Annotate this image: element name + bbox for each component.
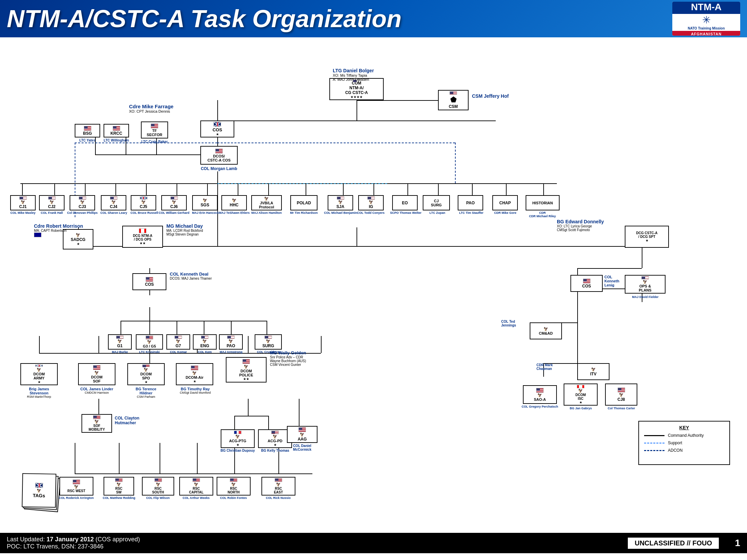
line-sof-mob-v xyxy=(98,399,99,416)
dcom-sof-name: COL James Linder CMDCM Harrison xyxy=(75,387,119,394)
key-box: KEY Command Authority Support ADCON xyxy=(638,421,730,465)
dcom-air-name: BG Timothy Ray CMSgt David Mumford xyxy=(171,387,219,394)
surg-label: SURG xyxy=(262,343,274,348)
cj6-flag xyxy=(170,197,178,200)
cos-name: Cdre Mike Farrage XO: CPT Jessica Dennis xyxy=(129,104,174,113)
cj1-name: COL Mike Masley xyxy=(7,211,39,214)
hhc-label: HHC xyxy=(230,203,239,207)
line-polad-v xyxy=(306,183,306,195)
pao-name: LTC Tim Stauffer xyxy=(454,211,488,214)
rsc-sw-name: COL Matthew Redding xyxy=(99,496,139,500)
sof-mob-name: COL ClaytonHutmacher xyxy=(115,416,139,425)
line-dcgcstca-v xyxy=(357,227,357,246)
rsc-capital-box: 🦅 RSCCAPITAL xyxy=(179,477,213,496)
rsc-capital-name: COL Arthur Weeks xyxy=(175,496,217,500)
sof-mob-box: 🦅 SOFMOBILITY xyxy=(81,414,112,433)
dcos-flag xyxy=(215,149,223,153)
line-rsc-capital-v xyxy=(197,443,198,473)
footer-page: 1 xyxy=(720,538,740,548)
chap-name: CDR Mike Gore xyxy=(488,211,522,214)
jvb-label: JVB/LAProtocol xyxy=(259,201,274,209)
rsc-north-box: 🦅 RSCNORTH xyxy=(217,477,251,496)
cj1-flag xyxy=(19,197,27,200)
ops-plans-name: MAJ David Fielder xyxy=(624,295,667,299)
page-title: NTM-A/CSTC-A Task Organization xyxy=(7,5,672,33)
line-cj2-v xyxy=(54,183,55,195)
line-acgptg-v xyxy=(234,416,235,429)
cj5-box: 🦅 CJ5 xyxy=(131,195,156,210)
key-support: Support xyxy=(644,441,724,445)
line-pao-v xyxy=(472,183,473,195)
ops-plans-box: 🦅 OPS &PLANS xyxy=(625,275,666,294)
dcos-name: COL Morgan Lamb xyxy=(200,166,238,171)
footer-updated: Last Updated: 17 January 2012 (COS appro… xyxy=(7,536,140,543)
cj8-flag xyxy=(618,388,625,392)
tags-container: 🦅 TAGs xyxy=(20,472,61,519)
tf-label: TFSECFOR xyxy=(147,129,162,137)
dcom-army-name: Brig JamesStevenson RSM MartinThorp xyxy=(17,387,61,398)
line-adcon2 xyxy=(217,143,455,143)
dcom-police-flag xyxy=(242,359,250,364)
line-sja-v xyxy=(343,183,344,195)
line-com-down xyxy=(357,100,357,120)
g7-flag xyxy=(175,336,182,339)
cos-ops-flag xyxy=(146,277,153,282)
csm-box: ⬟ CSM xyxy=(438,90,469,110)
rsc-south-box: 🦅 RSCSOUTH xyxy=(142,477,174,496)
cj3-flag xyxy=(79,197,86,200)
pao2-flag xyxy=(227,336,235,339)
line-jvb-v xyxy=(268,183,269,195)
surg-flag xyxy=(265,336,272,339)
eo-box: EO xyxy=(392,195,418,210)
ig-name: COL Todd Conyers xyxy=(354,211,388,214)
itv-box: 🦅 ITV xyxy=(577,363,609,380)
g1-box: 🦅 G1 xyxy=(108,334,132,350)
key-title: KEY xyxy=(644,425,724,430)
cj4-flag xyxy=(110,197,117,200)
itv-name: CDR Mark Chapman xyxy=(536,363,553,371)
rsc-sw-flag xyxy=(115,478,123,482)
polad-name: Mr Tim Richardson xyxy=(287,211,321,214)
historian-label: HISTORIAN xyxy=(532,201,553,205)
cos-ops-name: COL Kenneth Deal DCOS: MAJ James Thamer xyxy=(170,272,212,280)
dcg-ntma-box: DCG NTM-A/ DCG OPS ★★ xyxy=(122,226,163,248)
itv-label: ITV xyxy=(590,372,597,376)
dcgntma-label: DCG NTM-A/ DCG OPS xyxy=(133,234,152,241)
line-cj5-v xyxy=(146,183,147,195)
polad-box: POLAD xyxy=(290,195,317,210)
krcc-label: KRCC xyxy=(110,131,122,136)
acg-ptg-label: ACG-PTG xyxy=(229,439,247,443)
cj1-box: 🦅 CJ1 xyxy=(10,195,36,210)
ops-plans-label: OPS &PLANS xyxy=(639,284,651,292)
dcom-police-label: DCOMPOLICE xyxy=(239,369,253,377)
eng-label: ENG xyxy=(200,343,209,348)
hhc-box: 🦅 HHC xyxy=(221,195,247,210)
com-stars: ★★★★ xyxy=(350,95,363,99)
dcom-army-box: 🦅 DCOMARMY ★ xyxy=(20,363,58,385)
cj5-flag xyxy=(140,197,147,200)
rsc-west-name: COL Roderick Arrington xyxy=(55,496,97,500)
csm-icon: ⬟ xyxy=(450,95,457,104)
dcom-air-box: 🦅 DCOM-Air ★ xyxy=(176,363,213,385)
sao-a-flag xyxy=(536,388,544,393)
eo-label: EO xyxy=(402,201,408,205)
line-cj6-v xyxy=(177,183,177,195)
line-cjsurg-v xyxy=(438,183,439,195)
aag-box: 🦅 AAG xyxy=(287,426,317,443)
cj1-label: CJ1 xyxy=(19,204,26,209)
tf-box: TFSECFOR xyxy=(141,122,168,138)
tags-label: TAGs xyxy=(33,492,45,498)
footer: Last Updated: 17 January 2012 (COS appro… xyxy=(0,533,747,553)
sgs-box: 🦅 SGS xyxy=(192,195,218,210)
g3g5-flag xyxy=(146,336,153,339)
logo-bottom-text: AFGHANISTAN xyxy=(672,31,740,36)
line-ig-v xyxy=(374,183,374,195)
dcom-sof-label: DCOMSOF xyxy=(91,375,103,383)
dcom-spo-label: DCOMSPO xyxy=(140,372,152,380)
dcom-police-box: 🦅 DCOMPOLICE ★★ xyxy=(226,357,267,382)
dcgntma-flag xyxy=(139,228,146,233)
cj6-box: 🦅 CJ6 xyxy=(161,195,187,210)
acg-ptg-flag xyxy=(234,431,241,434)
line-g3-v xyxy=(149,321,150,334)
line-cj1-v xyxy=(22,183,23,195)
